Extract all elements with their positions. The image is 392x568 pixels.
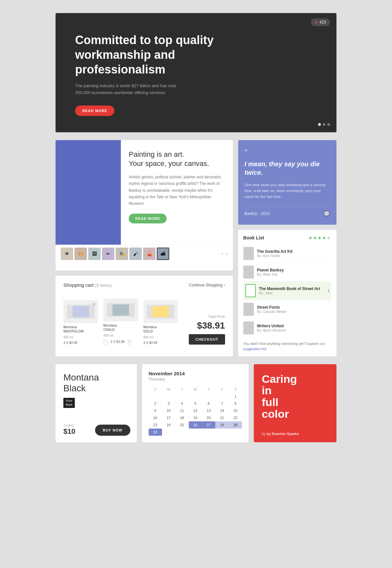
- hero-dot-2[interactable]: [323, 123, 325, 126]
- thumbnail-8[interactable]: 🏙: [157, 248, 169, 260]
- qty-decrease-2[interactable]: −: [103, 339, 108, 345]
- book-name-3: The Mammoth Book of Street Art: [259, 286, 324, 291]
- cal-day-15[interactable]: 15: [229, 407, 242, 414]
- book-thumb-2: [243, 266, 254, 279]
- cal-day-23[interactable]: 23: [149, 421, 162, 429]
- cal-day-13[interactable]: 13: [202, 407, 215, 414]
- cal-day-3[interactable]: 3: [162, 400, 175, 407]
- book-card-author: by by Dominic Sparks: [262, 432, 329, 436]
- cal-day-27[interactable]: 27: [202, 421, 215, 429]
- cal-day-14[interactable]: 14: [215, 407, 229, 414]
- prev-thumb-icon[interactable]: ‹: [221, 251, 223, 257]
- cal-day-5[interactable]: 5: [189, 400, 202, 407]
- book-name-4: Street Fonts: [257, 305, 331, 310]
- thumbnail-7[interactable]: 🎪: [143, 248, 155, 260]
- cal-header-w: W: [189, 386, 202, 393]
- quote-chat-icon[interactable]: 💬: [323, 211, 330, 217]
- book-list-stars: ★★★★★: [308, 235, 331, 240]
- cart-item-qty-label-3: 4 X $3.99: [143, 341, 157, 345]
- book-info-icon-3[interactable]: ℹ: [328, 288, 329, 293]
- cal-day-29[interactable]: 29: [229, 421, 242, 429]
- suggestion-link[interactable]: suggestion list.: [243, 347, 267, 351]
- cal-day-2[interactable]: 2: [149, 400, 162, 407]
- book-name-2: Planet Banksy: [257, 268, 331, 272]
- hero-dots: [318, 123, 330, 126]
- cal-day-19[interactable]: 19: [189, 414, 202, 421]
- art-card-top: Painting is an art. Your space, your can…: [56, 140, 233, 245]
- product-footer: 3 cans $10 BUY NOW: [63, 423, 130, 436]
- cal-day-16[interactable]: 16: [149, 414, 162, 421]
- cal-day-1[interactable]: 1: [229, 393, 242, 400]
- thumbnail-2[interactable]: 🎨: [74, 248, 87, 260]
- cal-day-21[interactable]: 21: [215, 414, 229, 421]
- calendar-day: Thursday: [149, 377, 242, 381]
- cal-day-30[interactable]: 30: [149, 429, 162, 436]
- book-info-1: The Guerilla Art Kit By: Keri Smith: [257, 249, 331, 258]
- cal-day-empty-6: [215, 393, 229, 400]
- cal-week-3: 9 10 11 12 13 14 15: [149, 407, 242, 414]
- hero-dot-3[interactable]: [327, 123, 330, 126]
- cal-day-12[interactable]: 12: [189, 407, 202, 414]
- book-item-1[interactable]: The Guerilla Art Kit By: Keri Smith: [243, 244, 331, 263]
- cal-day-18[interactable]: 18: [175, 414, 189, 421]
- cal-day-11[interactable]: 11: [175, 407, 189, 414]
- cal-day-empty-3: [175, 393, 189, 400]
- cal-day-20[interactable]: 20: [202, 414, 215, 421]
- book-item-3[interactable]: The Mammoth Book of Street Art By: Jake …: [243, 282, 331, 300]
- hero-dot-1[interactable]: [318, 123, 321, 126]
- cal-day-empty-9: [189, 429, 202, 436]
- cal-header-s2: S: [229, 386, 242, 393]
- cart-item-2: MontanaCHALK 400 ml − 2 X $3.99 +: [103, 299, 138, 345]
- cal-day-9[interactable]: 9: [149, 407, 162, 414]
- checkout-button[interactable]: CHECKOUT: [189, 334, 225, 345]
- cal-day-empty-4: [189, 393, 202, 400]
- cal-day-empty-7: [162, 429, 175, 436]
- cal-day-10[interactable]: 10: [162, 407, 175, 414]
- cal-day-25[interactable]: 25: [175, 421, 189, 429]
- thumbnail-1[interactable]: 👁: [61, 248, 73, 260]
- product-name: MontanaBlack: [63, 372, 130, 394]
- qty-increase-2[interactable]: +: [126, 339, 132, 345]
- continue-shopping-link[interactable]: Continue Shopping ›: [189, 283, 225, 287]
- book-item-2[interactable]: Planet Banksy By: Alien Kat: [243, 263, 331, 282]
- art-read-more-button[interactable]: READ MORE: [129, 214, 167, 223]
- hero-like[interactable]: ♥ 423: [311, 18, 330, 26]
- book-item-5[interactable]: Writers United By: Bjorn Almqvist: [243, 319, 331, 337]
- book-item-4[interactable]: Street Fonts By: Claudia Welde: [243, 300, 331, 319]
- cart-total-label: Total Price: [208, 315, 225, 318]
- cal-week-2: 2 3 4 5 6 7 8: [149, 400, 242, 407]
- page-wrapper: ♥ 423 Committed to top quality workmansh…: [56, 13, 336, 442]
- art-card: Painting is an art. Your space, your can…: [56, 140, 233, 270]
- thumbnail-6[interactable]: 🖌: [129, 248, 142, 260]
- calendar-grid: S M T W T F S: [149, 386, 242, 436]
- quote-text: I mean, they say you die twice.: [245, 160, 330, 177]
- thumbnail-4[interactable]: ✏: [102, 248, 114, 260]
- cart-remove-icon-1[interactable]: ✕: [92, 301, 96, 307]
- thumbnail-3[interactable]: 🖼: [88, 248, 101, 260]
- cal-day-26[interactable]: 26: [189, 421, 202, 429]
- book-info-3: The Mammoth Book of Street Art By: Jake: [259, 286, 324, 295]
- cart-item-size-1: 400 ml: [63, 335, 98, 339]
- art-heading: Painting is an art. Your space, your can…: [129, 150, 225, 169]
- cal-day-24[interactable]: 24: [162, 421, 175, 429]
- cal-day-7[interactable]: 7: [215, 400, 229, 407]
- product-label: Pureblack: [63, 398, 75, 408]
- cal-day-28[interactable]: 28: [215, 421, 229, 429]
- art-content: Painting is an art. Your space, your can…: [121, 140, 233, 245]
- cal-day-6[interactable]: 6: [202, 400, 215, 407]
- cal-day-17[interactable]: 17: [162, 414, 175, 421]
- book-card-red: Caringinfullcolor by by Dominic Sparks: [254, 364, 336, 442]
- cal-day-22[interactable]: 22: [229, 414, 242, 421]
- buy-now-button[interactable]: BUY NOW: [95, 425, 130, 436]
- quote-footer: Banksy - 2013 💬: [245, 206, 330, 217]
- product-info: MontanaBlack Pureblack: [63, 372, 130, 415]
- book-info-5: Writers United By: Bjorn Almqvist: [257, 324, 331, 332]
- book-info-2: Planet Banksy By: Alien Kat: [257, 268, 331, 276]
- cal-day-4[interactable]: 4: [175, 400, 189, 407]
- cart-count: (9 items): [95, 283, 112, 288]
- hero-read-more-button[interactable]: READ MORE: [75, 105, 114, 116]
- cal-day-8[interactable]: 8: [229, 400, 242, 407]
- art-body: Artistic genius, political activist, pai…: [129, 174, 225, 207]
- next-thumb-icon[interactable]: ›: [226, 251, 227, 257]
- thumbnail-5[interactable]: 🎭: [116, 248, 128, 260]
